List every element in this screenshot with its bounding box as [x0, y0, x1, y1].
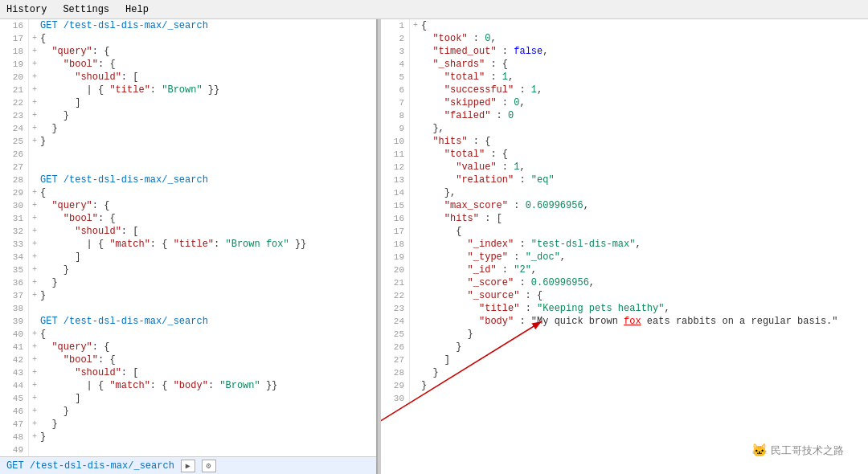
line-content: { [40, 32, 376, 45]
table-row: 16 "hits" : [ [381, 212, 868, 225]
line-content: } [40, 431, 376, 443]
line-marker [32, 174, 40, 186]
line-content: "hits" : { [421, 135, 868, 148]
line-number: 5 [381, 71, 410, 84]
line-marker: + [32, 289, 40, 302]
table-row: 19+ "bool": { [0, 58, 376, 71]
line-number: 29 [0, 186, 29, 199]
fox-highlight: fox [624, 316, 641, 327]
line-number: 42 [0, 353, 29, 366]
line-content: "_id" : "2", [421, 264, 868, 276]
line-number: 26 [0, 148, 29, 161]
line-marker: + [32, 379, 40, 392]
line-content: "total" : { [421, 148, 868, 161]
line-marker [32, 302, 40, 315]
line-marker: + [32, 353, 40, 366]
line-marker: + [32, 341, 40, 353]
line-number: 37 [0, 289, 29, 302]
line-marker [413, 251, 421, 264]
line-marker [413, 366, 421, 379]
table-row: 33+ | { "match": { "title": "Brown fox" … [0, 238, 376, 251]
table-row: 16 GET /test-dsl-dis-max/_search [0, 19, 376, 32]
right-code-editor[interactable]: 1+{2 "took" : 0,3 "timed_out" : false,4 … [381, 19, 868, 405]
table-row: 1+{ [381, 19, 868, 32]
line-number: 34 [0, 251, 29, 264]
line-content: "should": [ [40, 225, 376, 238]
line-marker: + [32, 58, 40, 71]
line-number: 11 [381, 148, 410, 161]
line-content: { [40, 186, 376, 199]
table-row: 40+{ [0, 328, 376, 341]
line-content: "should": [ [40, 71, 376, 84]
table-row: 27 ] [381, 353, 868, 366]
table-row: 6 "successful" : 1, [381, 84, 868, 96]
line-content: GET /test-dsl-dis-max/_search [40, 19, 376, 32]
run-button[interactable]: ▶ [181, 460, 195, 472]
table-row: 44+ | { "match": { "body": "Brown" }} [0, 379, 376, 392]
table-row: 30+ "query": { [0, 199, 376, 212]
menu-settings[interactable]: Settings [59, 2, 113, 17]
line-content: "bool": { [40, 58, 376, 71]
table-row: 35+ } [0, 264, 376, 276]
line-number: 4 [381, 58, 410, 71]
table-row: 11 "total" : { [381, 148, 868, 161]
watermark: 🐱 民工哥技术之路 [751, 443, 844, 458]
table-row: 23+ } [0, 109, 376, 122]
line-marker [413, 96, 421, 109]
table-row: 19 "_type" : "_doc", [381, 251, 868, 264]
table-row: 9 }, [381, 122, 868, 135]
line-content: "value" : 1, [421, 161, 868, 174]
line-marker [32, 443, 40, 456]
line-content [40, 443, 376, 456]
table-row: 22+ ] [0, 96, 376, 109]
line-marker: + [32, 392, 40, 405]
menu-help[interactable]: Help [122, 2, 152, 17]
line-number: 6 [381, 84, 410, 96]
line-marker: + [32, 238, 40, 251]
line-marker [413, 264, 421, 276]
line-number: 13 [381, 174, 410, 186]
line-content: { [40, 328, 376, 341]
line-content: } [40, 109, 376, 122]
line-number: 14 [381, 186, 410, 199]
menu-history[interactable]: History [3, 2, 50, 17]
line-content: | { "match": { "title": "Brown fox" }} [40, 238, 376, 251]
line-number: 35 [0, 264, 29, 276]
table-row: 20 "_id" : "2", [381, 264, 868, 276]
tools-button[interactable]: ⚙ [202, 460, 216, 472]
line-content: "query": { [40, 45, 376, 58]
table-row: 30 [381, 392, 868, 405]
table-row: 32+ "should": [ [0, 225, 376, 238]
line-marker [413, 122, 421, 135]
line-number: 20 [0, 71, 29, 84]
line-number: 8 [381, 109, 410, 122]
line-content [40, 302, 376, 315]
table-row: 8 "failed" : 0 [381, 109, 868, 122]
table-row: 17+{ [0, 32, 376, 45]
line-number: 22 [0, 96, 29, 109]
line-number: 28 [0, 174, 29, 186]
line-content: "took" : 0, [421, 32, 868, 45]
table-row: 28 } [381, 366, 868, 379]
line-number: 2 [381, 32, 410, 45]
table-row: 39 GET /test-dsl-dis-max/_search [0, 315, 376, 328]
table-row: 18 "_index" : "test-dsl-dis-max", [381, 238, 868, 251]
line-number: 29 [381, 379, 410, 392]
line-number: 17 [0, 32, 29, 45]
line-number: 36 [0, 276, 29, 289]
table-row: 24 "body" : "My quick brown fox eats rab… [381, 315, 868, 328]
line-content: "bool": { [40, 212, 376, 225]
line-content: GET /test-dsl-dis-max/_search [40, 315, 376, 328]
line-marker [32, 161, 40, 174]
line-content: "skipped" : 0, [421, 96, 868, 109]
line-number: 9 [381, 122, 410, 135]
left-code-editor[interactable]: 16 GET /test-dsl-dis-max/_search17+{18+ … [0, 19, 376, 456]
line-number: 22 [381, 289, 410, 302]
table-row: 26 [0, 148, 376, 161]
line-marker: + [32, 109, 40, 122]
line-marker: + [32, 431, 40, 443]
line-content: "successful" : 1, [421, 84, 868, 96]
table-row: 3 "timed_out" : false, [381, 45, 868, 58]
line-marker: + [32, 418, 40, 431]
line-content: "relation" : "eq" [421, 174, 868, 186]
